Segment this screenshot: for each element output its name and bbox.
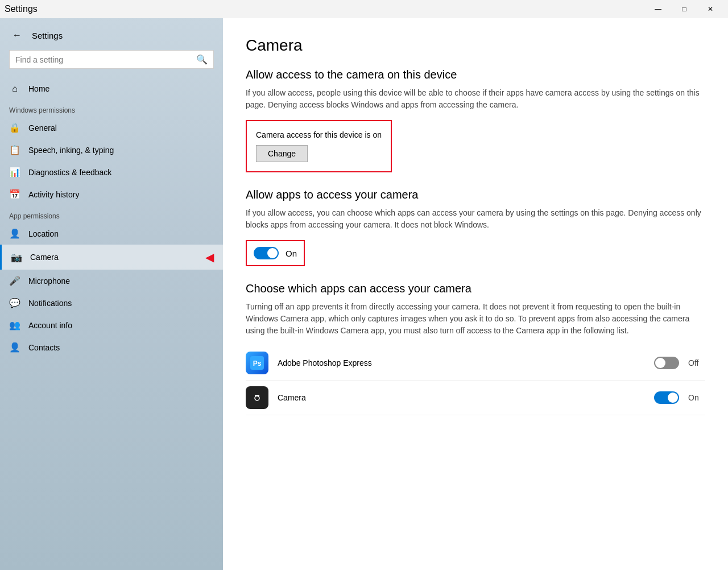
sidebar: ← Settings 🔍 ⌂ Home Windows permissions … <box>0 18 223 570</box>
lock-icon: 🔒 <box>9 122 20 133</box>
camera-app-status: On <box>688 393 705 402</box>
microphone-icon: 🎤 <box>9 275 20 286</box>
svg-rect-2 <box>250 391 264 404</box>
sidebar-item-contacts[interactable]: 👤 Contacts <box>0 336 223 358</box>
sidebar-item-activity[interactable]: 📅 Activity history <box>0 183 223 205</box>
titlebar-controls: — □ ✕ <box>645 0 723 18</box>
photoshop-toggle[interactable] <box>654 357 679 369</box>
sidebar-item-label: Home <box>28 84 49 93</box>
apps-camera-toggle-row: On <box>246 240 305 266</box>
section2-desc: If you allow access, you can choose whic… <box>246 207 705 231</box>
section1-desc: If you allow access, people using this d… <box>246 87 705 111</box>
back-button[interactable]: ← <box>9 27 25 43</box>
minimize-button[interactable]: — <box>645 0 671 18</box>
sidebar-item-accountinfo[interactable]: 👥 Account info <box>0 314 223 336</box>
accountinfo-icon: 👥 <box>9 320 20 331</box>
contacts-icon: 👤 <box>9 342 20 353</box>
sidebar-item-location[interactable]: 👤 Location <box>0 222 223 245</box>
titlebar-title: Settings <box>5 4 38 14</box>
section2-heading: Allow apps to access your camera <box>246 188 705 201</box>
sidebar-item-home[interactable]: ⌂ Home <box>0 78 223 100</box>
close-button[interactable]: ✕ <box>697 0 723 18</box>
section1-heading: Allow access to the camera on this devic… <box>246 68 705 81</box>
photoshop-status: Off <box>688 358 705 367</box>
titlebar: Settings — □ ✕ <box>0 0 728 18</box>
sidebar-item-microphone[interactable]: 🎤 Microphone <box>0 270 223 292</box>
photoshop-icon: Ps <box>246 352 268 374</box>
access-status: Camera access for this device is on <box>256 130 382 139</box>
sidebar-item-label: Location <box>28 229 59 238</box>
app-permissions-label: App permissions <box>0 205 223 222</box>
svg-text:Ps: Ps <box>253 360 262 367</box>
toggle-label: On <box>286 249 297 258</box>
location-icon: 👤 <box>9 228 20 239</box>
app-container: ← Settings 🔍 ⌂ Home Windows permissions … <box>0 18 728 570</box>
speech-icon: 📋 <box>9 144 20 155</box>
titlebar-left: Settings <box>5 4 38 14</box>
svg-rect-4 <box>255 395 259 396</box>
camera-access-box: Camera access for this device is on Chan… <box>246 120 392 172</box>
camera-app-icon <box>246 386 268 409</box>
sidebar-item-label: Camera <box>30 253 59 262</box>
sidebar-item-notifications[interactable]: 💬 Notifications <box>0 292 223 314</box>
photoshop-name: Adobe Photoshop Express <box>278 358 645 367</box>
windows-permissions-label: Windows permissions <box>0 100 223 117</box>
sidebar-app-title: Settings <box>32 31 63 40</box>
sidebar-item-camera[interactable]: 📷 Camera ◀ <box>0 245 223 270</box>
sidebar-item-label: Activity history <box>28 190 79 199</box>
sidebar-item-speech[interactable]: 📋 Speech, inking, & typing <box>0 139 223 161</box>
sidebar-item-label: Microphone <box>28 276 70 286</box>
search-box[interactable]: 🔍 <box>9 50 214 69</box>
sidebar-item-diagnostics[interactable]: 📊 Diagnostics & feedback <box>0 161 223 183</box>
home-icon: ⌂ <box>9 84 20 94</box>
section3-desc: Turning off an app prevents it from dire… <box>246 301 705 337</box>
page-title: Camera <box>246 36 705 55</box>
sidebar-item-label: Contacts <box>28 343 60 352</box>
camera-arrow-icon: ◀ <box>205 250 214 264</box>
activity-icon: 📅 <box>9 189 20 200</box>
content-area: Camera Allow access to the camera on thi… <box>223 18 728 570</box>
sidebar-header: ← Settings <box>0 18 223 48</box>
camera-app-toggle[interactable] <box>654 391 679 404</box>
section3-heading: Choose which apps can access your camera <box>246 282 705 295</box>
sidebar-item-label: Speech, inking, & typing <box>28 146 114 155</box>
sidebar-item-label: General <box>28 123 57 133</box>
camera-app-name: Camera <box>278 393 645 402</box>
camera-icon: 📷 <box>11 252 22 263</box>
search-input[interactable] <box>15 55 192 64</box>
apps-camera-toggle[interactable] <box>254 247 279 259</box>
sidebar-item-label: Account info <box>28 321 72 330</box>
change-button[interactable]: Change <box>256 145 308 162</box>
app-list-item: Ps Adobe Photoshop Express Off <box>246 346 705 381</box>
sidebar-item-label: Diagnostics & feedback <box>28 168 111 177</box>
app-list-item: Camera On <box>246 381 705 415</box>
search-icon: 🔍 <box>196 54 208 65</box>
diagnostics-icon: 📊 <box>9 167 20 177</box>
notifications-icon: 💬 <box>9 298 20 308</box>
sidebar-item-label: Notifications <box>28 299 72 308</box>
maximize-button[interactable]: □ <box>671 0 697 18</box>
sidebar-item-general[interactable]: 🔒 General <box>0 117 223 139</box>
